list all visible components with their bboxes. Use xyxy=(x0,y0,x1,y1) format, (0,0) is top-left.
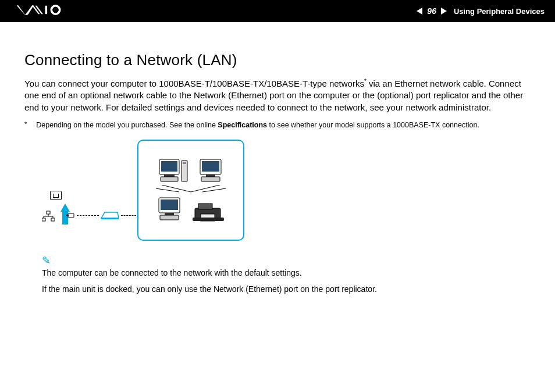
network-tree-icon xyxy=(42,211,55,224)
modem-icon xyxy=(100,211,120,219)
svg-rect-19 xyxy=(206,174,215,177)
desktop-monitor-icon xyxy=(199,157,223,185)
footnote-bold: Specifications xyxy=(218,121,267,129)
desktop-monitor-icon-2 xyxy=(158,195,182,223)
prev-page-icon[interactable] xyxy=(417,8,422,15)
footnote: * Depending on the model you purchased. … xyxy=(24,120,531,130)
intro-paragraph: You can connect your computer to 1000BAS… xyxy=(24,77,531,113)
svg-rect-30 xyxy=(198,204,212,209)
svg-rect-32 xyxy=(193,218,224,221)
lan-diagram xyxy=(42,138,531,243)
svg-rect-0 xyxy=(45,6,48,14)
svg-rect-27 xyxy=(165,213,174,215)
footnote-after: to see whether your model supports a 100… xyxy=(267,121,479,129)
note-pen-icon: ✎ xyxy=(42,254,531,267)
svg-rect-2 xyxy=(47,211,50,214)
notes: ✎ The computer can be connected to the n… xyxy=(42,254,531,294)
printer-icon xyxy=(193,200,224,223)
svg-rect-9 xyxy=(68,213,74,218)
svg-line-21 xyxy=(162,185,191,192)
footnote-before: Depending on the model you purchased. Se… xyxy=(36,121,218,129)
svg-rect-28 xyxy=(160,215,179,220)
next-page-icon[interactable] xyxy=(441,8,447,15)
svg-rect-20 xyxy=(201,177,220,181)
note-line-2: If the main unit is docked, you can only… xyxy=(42,284,531,294)
lan-box xyxy=(137,140,244,241)
desktop-pc-icon xyxy=(158,157,188,185)
intro-text-a: You can connect your computer to 1000BAS… xyxy=(24,79,364,88)
ethernet-port-icon xyxy=(50,191,62,200)
vaio-logo xyxy=(10,5,74,17)
svg-line-22 xyxy=(191,185,220,192)
svg-point-1 xyxy=(51,6,59,14)
page-header: 96 Using Peripheral Devices xyxy=(0,0,555,22)
dashed-cable-2 xyxy=(121,215,136,216)
dashed-cable xyxy=(77,215,99,216)
svg-line-23 xyxy=(156,188,179,192)
svg-rect-16 xyxy=(183,162,186,164)
svg-rect-7 xyxy=(42,218,45,221)
svg-rect-14 xyxy=(161,177,178,181)
svg-rect-10 xyxy=(66,215,69,216)
page-number: 96 xyxy=(427,6,436,16)
svg-rect-13 xyxy=(164,174,175,177)
svg-rect-8 xyxy=(51,218,55,221)
page-nav: 96 xyxy=(417,6,447,16)
page-title: Connecting to a Network (LAN) xyxy=(24,51,531,69)
section-title: Using Peripheral Devices xyxy=(454,7,545,16)
page-content: Connecting to a Network (LAN) You can co… xyxy=(0,22,555,294)
note-line-1: The computer can be connected to the net… xyxy=(42,268,531,277)
svg-rect-12 xyxy=(161,161,177,172)
svg-rect-18 xyxy=(202,161,219,172)
cable-plug-icon xyxy=(66,211,76,220)
footnote-star: * xyxy=(24,120,27,130)
svg-line-24 xyxy=(202,188,226,192)
svg-rect-26 xyxy=(161,199,178,210)
footnote-text: Depending on the model you purchased. Se… xyxy=(36,120,479,130)
